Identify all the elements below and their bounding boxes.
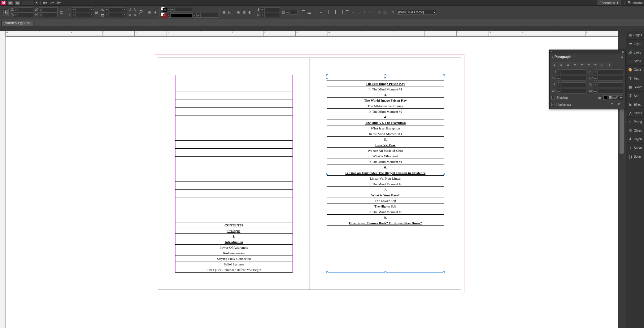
- y-input[interactable]: 0.75 in: [18, 12, 33, 17]
- x-input[interactable]: 0.75 in: [18, 7, 33, 12]
- document-tab[interactable]: *Untitled-1 @ 75%: [1, 20, 33, 26]
- dropcap-chars-input[interactable]: [598, 89, 623, 94]
- stepper-icon[interactable]: ◂▸: [286, 10, 289, 15]
- stepper-icon[interactable]: ◂▸: [105, 13, 108, 17]
- zoom-combo[interactable]: 75% ▾: [22, 1, 38, 5]
- valign-top-icon[interactable]: ▔: [301, 10, 306, 15]
- arrange-icon[interactable]: ▤▾: [56, 1, 61, 5]
- stepper-icon[interactable]: ◂▸: [557, 89, 560, 94]
- stock-button[interactable]: St: [15, 1, 20, 5]
- text-wrap-shape-icon[interactable]: ◐: [247, 10, 252, 15]
- chevron-down-icon[interactable]: ▾: [193, 13, 197, 18]
- chevron-down-icon[interactable]: ▾: [188, 7, 192, 12]
- collapsed-panel-attributes[interactable]: ⓘAttri: [626, 92, 644, 100]
- justify-center-button[interactable]: ≣: [579, 62, 585, 68]
- align-hcenter-icon[interactable]: ┃: [333, 10, 338, 15]
- stepper-icon[interactable]: ◂▸: [171, 7, 174, 12]
- panel-menu-icon[interactable]: ≡: [621, 55, 623, 59]
- valign-center-icon[interactable]: ▬: [307, 10, 312, 15]
- chevron-down-icon[interactable]: ▾: [89, 7, 93, 12]
- collapsed-panel-swatches[interactable]: ▦Swatc: [626, 83, 644, 92]
- stepper-icon[interactable]: ◂▸: [557, 76, 560, 81]
- fit-content-icon[interactable]: ⊡: [376, 10, 381, 15]
- collapsed-panel-stroke[interactable]: 〰Strok: [626, 57, 644, 66]
- hyphenate-checkbox[interactable]: ✓: [551, 103, 555, 106]
- text-wrap-none-icon[interactable]: ▣: [236, 10, 241, 15]
- fill-stroke-proxy[interactable]: [161, 7, 167, 12]
- align-toward-spine-button[interactable]: ⇤: [599, 62, 605, 68]
- chevron-down-icon[interactable]: ▾: [123, 13, 126, 17]
- shading-color-dropdown[interactable]: [Black] ▾: [602, 95, 623, 100]
- align-right-button[interactable]: ≡: [565, 62, 571, 68]
- indent-left-input[interactable]: [561, 69, 586, 74]
- distribute-v-icon[interactable]: ☰: [368, 10, 373, 15]
- chevron-down-icon[interactable]: ▾: [35, 1, 38, 5]
- collapsed-panel-layers[interactable]: ≣Layer: [626, 40, 644, 48]
- justify-right-button[interactable]: ≣: [585, 62, 592, 68]
- stepper-icon[interactable]: ◂▸: [557, 69, 560, 74]
- collapsed-panel-glyph[interactable]: ǍGlyph: [626, 135, 644, 144]
- first-line-indent-input[interactable]: [561, 76, 586, 81]
- text-frame-right-selected[interactable]: 2.The Self-Image Prison KeyIn The Mind M…: [327, 75, 444, 273]
- w-input[interactable]: 4.5 in: [42, 7, 58, 12]
- collapsed-panel-scripts[interactable]: { }Scrip: [626, 152, 644, 161]
- stepper-icon[interactable]: ◂▸: [72, 13, 75, 17]
- opacity-input[interactable]: 100%: [200, 13, 214, 18]
- align-center-button[interactable]: ≡: [558, 62, 564, 68]
- rotate-ccw-icon[interactable]: ↺: [127, 7, 132, 12]
- align-left-button[interactable]: ≡: [551, 62, 558, 68]
- stroke-style-dropdown[interactable]: [171, 13, 193, 17]
- collapsed-panel-object[interactable]: ◫Objec: [626, 126, 644, 135]
- view-options-icon[interactable]: ▦▾: [42, 1, 47, 5]
- stepper-icon[interactable]: ◂▸: [197, 13, 200, 18]
- baseline-grid-on-icon[interactable]: ≡: [611, 102, 617, 107]
- chevron-down-icon[interactable]: ▾: [214, 13, 218, 18]
- align-bottom-icon[interactable]: ▁: [356, 10, 361, 15]
- collapsed-panel-characters[interactable]: AChara: [626, 109, 644, 118]
- valign-bottom-icon[interactable]: ▁: [313, 10, 318, 15]
- fill-stroke-proxy-2[interactable]: [161, 12, 167, 18]
- panel-header[interactable]: × ◂◂: [550, 50, 625, 54]
- stepper-icon[interactable]: ◂▸: [261, 7, 264, 12]
- flip-h-icon[interactable]: ⇋: [127, 12, 132, 17]
- rotate-input[interactable]: 0°: [109, 7, 122, 12]
- chevron-down-icon[interactable]: ▾: [167, 13, 171, 18]
- stepper-icon[interactable]: ◂▸: [594, 82, 597, 87]
- columns-input[interactable]: 1: [289, 10, 298, 15]
- constrain-wh-icon[interactable]: ⛓: [59, 10, 63, 15]
- gap-h-input[interactable]: 0.1667 in: [264, 13, 280, 17]
- rotate-cw-icon[interactable]: ↻: [133, 7, 137, 12]
- constrain-scale-icon[interactable]: ⛓: [94, 10, 99, 15]
- collapsed-panel-effects[interactable]: fxEffec: [626, 100, 644, 109]
- screen-mode-icon[interactable]: ▭▾: [49, 1, 54, 5]
- collapse-icon[interactable]: ◂◂: [621, 50, 624, 53]
- zoom-input[interactable]: 75%: [22, 1, 34, 5]
- workspace-switcher[interactable]: Essentials ▾: [597, 0, 621, 5]
- baseline-grid-off-icon[interactable]: ≢: [618, 102, 623, 107]
- stepper-icon[interactable]: ◂▸: [557, 82, 560, 87]
- fit-frame-icon[interactable]: ◫: [382, 10, 387, 15]
- stepper-icon[interactable]: ◂▸: [105, 7, 108, 12]
- gap-w-input[interactable]: 0.1667 in: [264, 7, 280, 12]
- justify-all-button[interactable]: ≣: [592, 62, 598, 68]
- chevron-down-icon[interactable]: ▾: [89, 13, 93, 17]
- justify-left-button[interactable]: ≣: [572, 62, 578, 68]
- collapsed-panel-text[interactable]: TText: [626, 74, 644, 83]
- shear-input[interactable]: 0°: [109, 13, 122, 17]
- last-line-indent-input[interactable]: [598, 76, 623, 81]
- left-page[interactable]: CONTENTSPrologue1.IntroductionPower Of A…: [158, 58, 310, 290]
- text-frame-left[interactable]: CONTENTSPrologue1.IntroductionPower Of A…: [175, 75, 293, 273]
- align-right-icon[interactable]: ▕: [339, 10, 344, 15]
- space-after-input[interactable]: [598, 82, 623, 87]
- collapsed-panel-paragraph[interactable]: ¶Parag: [626, 118, 644, 126]
- stepper-icon[interactable]: ◂▸: [39, 7, 42, 12]
- collapsed-panel-separations[interactable]: ⫴Separ: [626, 144, 644, 152]
- scaley-input[interactable]: 100%: [76, 13, 89, 17]
- distribute-h-icon[interactable]: ⫴: [362, 10, 367, 15]
- collapsed-panel-pages[interactable]: ▤Pages: [626, 31, 644, 40]
- reference-point[interactable]: [2, 9, 9, 16]
- drop-shadow-icon[interactable]: ▦: [221, 10, 226, 15]
- paragraph-style-dropdown[interactable]: [Basic Text Frame] ▾: [397, 10, 437, 15]
- bridge-button[interactable]: Br: [8, 1, 13, 5]
- indent-right-input[interactable]: [598, 69, 623, 74]
